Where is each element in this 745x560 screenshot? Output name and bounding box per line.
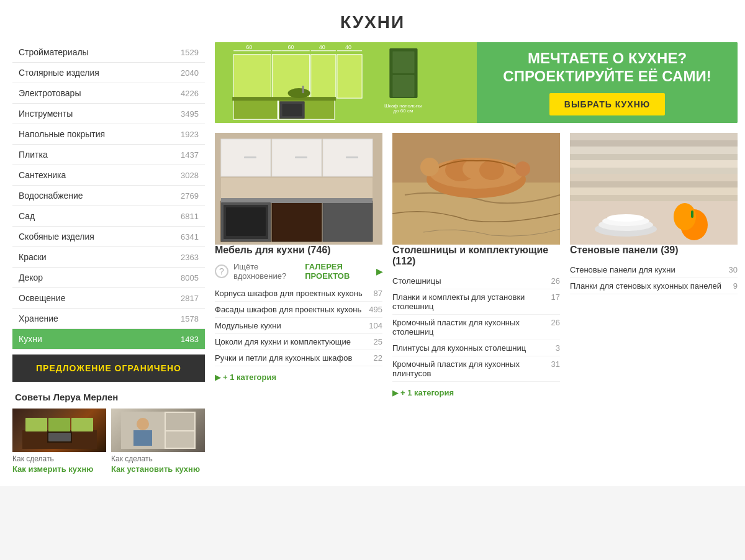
sidebar-label-12: Освещение [19, 293, 65, 303]
sidebar-item-1[interactable]: Столярные изделия2040 [12, 63, 205, 83]
svg-rect-48 [226, 207, 266, 236]
svg-rect-79 [691, 210, 693, 218]
tip-1[interactable]: Как сделать Как измерить кухню [12, 409, 106, 474]
svg-rect-70 [570, 181, 738, 187]
svg-rect-29 [302, 86, 304, 93]
sidebar-item-7[interactable]: Водоснабжение2769 [12, 186, 205, 206]
furniture-label-2: Модульные кухни [215, 321, 369, 330]
sidebar-item-6[interactable]: Сантехника3028 [12, 165, 205, 186]
category-grid: Мебель для кухни (746) ? Ищёте вдохновен… [215, 133, 738, 397]
countertop-count-4: 31 [551, 359, 560, 369]
inspire-row: ? Ищёте вдохновение? ГАЛЕРЕЯ ПРОЕКТОВ ▶ [215, 262, 382, 281]
sidebar-item-10[interactable]: Краски2363 [12, 247, 205, 268]
sidebar-count-2: 4226 [181, 89, 199, 98]
svg-text:60: 60 [246, 44, 252, 50]
banner-headline: МЕЧТАЕТЕ О КУХНЕ? СПРОЕКТИРУЙТЕ ЕЁ САМИ! [503, 50, 711, 86]
sidebar-item-8[interactable]: Сад6811 [12, 206, 205, 227]
furniture-item-1[interactable]: Фасады шкафов для проектных кухонь495 [215, 302, 382, 318]
furniture-item-4[interactable]: Ручки и петли для кухонных шкафов22 [215, 350, 382, 366]
svg-text:40: 40 [345, 44, 351, 50]
tip-2[interactable]: Как сделать Как установить кухню [111, 409, 205, 474]
cat-furniture: Мебель для кухни (746) ? Ищёте вдохновен… [215, 133, 382, 397]
panel-item-0[interactable]: Стеновые панели для кухни30 [570, 262, 738, 278]
svg-rect-43 [272, 201, 322, 242]
sidebar-item-9[interactable]: Скобяные изделия6341 [12, 227, 205, 247]
tip-1-link[interactable]: Как измерить кухню [12, 464, 106, 474]
sidebar-label-7: Водоснабжение [19, 191, 83, 201]
sidebar-count-9: 6341 [181, 232, 199, 242]
cat-furniture-title: Мебель для кухни (746) [215, 245, 382, 256]
svg-point-60 [420, 158, 439, 176]
svg-rect-49 [244, 156, 256, 158]
page-title: КУХНИ [0, 0, 745, 42]
furniture-label-0: Корпуса шкафов для проектных кухонь [215, 289, 374, 298]
countertop-item-3[interactable]: Плинтусы для кухонных столешниц3 [392, 340, 560, 356]
countertop-item-0[interactable]: Столешницы26 [392, 273, 560, 289]
svg-rect-69 [570, 174, 738, 181]
svg-rect-63 [570, 133, 738, 140]
panel-item-1[interactable]: Планки для стеновых кухонных панелей9 [570, 278, 738, 294]
furniture-label-3: Цоколи для кухни и комплектующие [215, 337, 374, 346]
svg-rect-68 [570, 168, 738, 174]
svg-rect-2 [48, 418, 70, 431]
panels-list: Стеновые панели для кухни30Планки для ст… [570, 262, 738, 294]
panel-count-1: 9 [733, 281, 738, 291]
tips-title: Советы Леруа Мерлен [12, 392, 205, 402]
svg-rect-5 [48, 433, 71, 441]
gallery-link[interactable]: ГАЛЕРЕЯ ПРОЕКТОВ ▶ [305, 262, 382, 281]
sidebar-item-13[interactable]: Хранение1578 [12, 309, 205, 329]
sidebar-item-14[interactable]: Кухни1483 [12, 329, 205, 350]
tip-2-link[interactable]: Как установить кухню [111, 464, 205, 474]
more-arrow-icon-2: ▶ [392, 389, 398, 397]
svg-rect-25 [233, 99, 277, 119]
svg-rect-11 [133, 430, 152, 446]
svg-rect-66 [570, 154, 738, 160]
sidebar-label-9: Скобяные изделия [19, 232, 94, 242]
countertops-more[interactable]: ▶ + 1 категория [392, 388, 560, 397]
banner-button[interactable]: ВЫБРАТЬ КУХНЮ [549, 93, 665, 115]
sidebar-count-0: 1529 [181, 48, 199, 57]
cat-panels: Стеновые панели (39) Стеновые панели для… [570, 133, 738, 397]
countertop-label-0: Столешницы [392, 276, 551, 286]
sidebar-item-2[interactable]: Электротовары4226 [12, 83, 205, 104]
tips-section: Советы Леруа Мерлен [12, 392, 205, 474]
tips-images: Как сделать Как измерить кухню [12, 409, 205, 474]
sidebar-count-14: 1483 [181, 335, 199, 344]
sidebar-item-12[interactable]: Освещение2817 [12, 288, 205, 309]
banner-right: МЕЧТАЕТЕ О КУХНЕ? СПРОЕКТИРУЙТЕ ЕЁ САМИ!… [477, 42, 738, 123]
sidebar-label-8: Сад [19, 211, 35, 221]
svg-rect-65 [570, 147, 738, 154]
sidebar-item-3[interactable]: Инструменты3495 [12, 104, 205, 124]
svg-rect-31 [282, 104, 302, 116]
furniture-item-0[interactable]: Корпуса шкафов для проектных кухонь87 [215, 286, 382, 302]
sidebar-item-5[interactable]: Плитка1437 [12, 145, 205, 165]
furniture-count-3: 25 [374, 337, 382, 346]
promo-banner[interactable]: ПРЕДЛОЖЕНИЕ ОГРАНИЧЕНО [12, 355, 205, 382]
countertop-count-3: 3 [556, 343, 560, 353]
countertop-item-2[interactable]: Кромочный пластик для кухонных столешниц… [392, 315, 560, 340]
sidebar-item-0[interactable]: Стройматериалы1529 [12, 42, 205, 63]
svg-rect-45 [221, 198, 372, 203]
sidebar-count-11: 8005 [181, 273, 199, 282]
furniture-item-2[interactable]: Модульные кухни104 [215, 318, 382, 334]
sidebar-item-4[interactable]: Напольные покрытия1923 [12, 124, 205, 145]
countertop-count-2: 26 [551, 318, 560, 327]
sidebar-item-11[interactable]: Декор8005 [12, 268, 205, 288]
countertop-label-1: Планки и комплекты для установки столешн… [392, 292, 551, 311]
sidebar-count-1: 2040 [181, 68, 199, 78]
sidebar-label-5: Плитка [19, 150, 48, 160]
svg-rect-16 [337, 55, 362, 98]
sidebar-label-1: Столярные изделия [19, 68, 99, 78]
cat-furniture-image [215, 133, 382, 245]
svg-rect-27 [232, 97, 336, 101]
countertop-item-4[interactable]: Кромочный пластик для кухонных плинтусов… [392, 356, 560, 382]
countertops-list: Столешницы26Планки и комплекты для устан… [392, 273, 560, 382]
countertop-item-1[interactable]: Планки и комплекты для установки столешн… [392, 289, 560, 315]
furniture-label-4: Ручки и петли для кухонных шкафов [215, 353, 374, 363]
sidebar-label-4: Напольные покрытия [19, 129, 105, 139]
furniture-item-3[interactable]: Цоколи для кухни и комплектующие25 [215, 334, 382, 350]
sidebar-count-8: 6811 [181, 212, 199, 221]
furniture-more[interactable]: ▶ + 1 категория [215, 373, 382, 382]
svg-text:40: 40 [319, 44, 325, 50]
sidebar-count-4: 1923 [181, 130, 199, 139]
